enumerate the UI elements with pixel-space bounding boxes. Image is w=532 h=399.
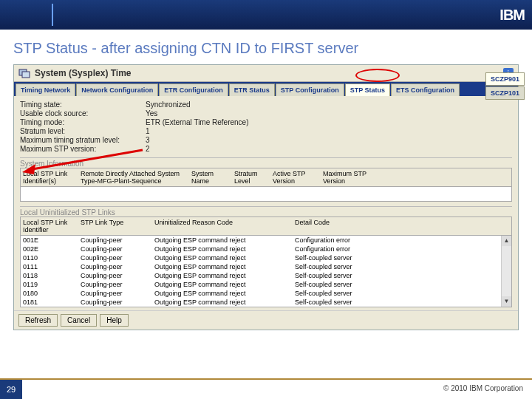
uninit-col-id: Local STP Link Identifier (21, 217, 78, 235)
value-max-stratum: 3 (146, 136, 512, 144)
cell-reason: Outgoing ESP command reject (152, 253, 293, 262)
svg-rect-1 (22, 72, 30, 78)
copyright: © 2010 IBM Corporation (434, 380, 532, 399)
stp-window: System (Sysplex) Time i Timing NetworkNe… (13, 64, 519, 330)
tab-etr-configuration[interactable]: ETR Configuration (159, 83, 228, 96)
cell-detail: Self-coupled server (293, 262, 372, 271)
value-timing-mode: ETR (External Time Reference) (146, 118, 512, 126)
cell-detail: Self-coupled server (293, 253, 372, 262)
cell-type: Coupling-peer (78, 271, 152, 280)
cell-type: Coupling-peer (78, 262, 152, 271)
help-button[interactable]: Help (100, 314, 129, 327)
label-timing-state: Timing state: (20, 100, 146, 109)
tab-timing-network[interactable]: Timing Network (16, 83, 75, 96)
cell-id: 0180 (21, 289, 78, 298)
cell-type: Coupling-peer (78, 289, 152, 298)
cell-reason: Outgoing ESP command reject (152, 262, 293, 271)
cell-detail: Configuration error (293, 245, 372, 253)
ibm-logo: IBM (499, 7, 525, 24)
cell-detail: Self-coupled server (293, 289, 372, 298)
cell-detail: Configuration error (293, 236, 372, 245)
cell-reason: Outgoing ESP command reject (152, 245, 293, 253)
label-usable-clock: Usable clock source: (20, 109, 146, 117)
cell-reason: Outgoing ESP command reject (152, 298, 293, 307)
table-row[interactable]: 0119Coupling-peerOutgoing ESP command re… (21, 280, 511, 289)
table-row[interactable]: 0110Coupling-peerOutgoing ESP command re… (21, 253, 511, 262)
uninit-col-detail: Detail Code (293, 217, 381, 235)
cell-reason: Outgoing ESP command reject (152, 289, 293, 298)
sysinfo-col-stratum: Stratum Level (232, 168, 270, 186)
cell-id: 0119 (21, 280, 78, 289)
value-timing-state: Synchronized (146, 100, 512, 109)
page-number: 29 (0, 380, 22, 399)
value-max-stp-ver: 2 (146, 145, 512, 153)
label-stratum: Stratum level: (20, 127, 146, 135)
table-row[interactable]: 0111Coupling-peerOutgoing ESP command re… (21, 262, 511, 271)
scrollbar[interactable]: ▲ ▼ (501, 236, 511, 307)
table-row[interactable]: 0180Coupling-peerOutgoing ESP command re… (21, 289, 511, 298)
scroll-up-icon[interactable]: ▲ (502, 236, 511, 246)
sysinfo-body (20, 187, 512, 202)
table-row[interactable]: 001ECoupling-peerOutgoing ESP command re… (21, 236, 511, 245)
cell-id: 0181 (21, 298, 78, 307)
slide-title: STP Status - after assigning CTN ID to F… (0, 30, 532, 64)
value-stratum: 1 (146, 127, 512, 135)
window-title: System (Sysplex) Time (35, 68, 132, 78)
cell-detail: Self-coupled server (293, 298, 372, 307)
panel-body: Timing state:Synchronized Usable clock s… (14, 96, 518, 310)
uninit-body: 001ECoupling-peerOutgoing ESP command re… (20, 236, 512, 307)
status-grid: Timing state:Synchronized Usable clock s… (20, 100, 512, 153)
table-row[interactable]: 0118Coupling-peerOutgoing ESP command re… (21, 271, 511, 280)
sysinfo-label: System Information (20, 157, 512, 168)
label-timing-mode: Timing mode: (20, 118, 146, 126)
cell-reason: Outgoing ESP command reject (152, 271, 293, 280)
tab-ets-configuration[interactable]: ETS Configuration (391, 83, 460, 96)
cancel-button[interactable]: Cancel (61, 314, 97, 327)
side-tabs: SCZP901SCZP101 (485, 72, 525, 100)
cell-type: Coupling-peer (78, 236, 152, 245)
cell-id: 0110 (21, 253, 78, 262)
cell-id: 001E (21, 236, 78, 245)
tab-stp-status[interactable]: STP Status (345, 83, 390, 96)
accent-stripe (52, 4, 53, 26)
cell-id: 002E (21, 245, 78, 253)
sysplex-icon (18, 67, 30, 79)
cell-type: Coupling-peer (78, 280, 152, 289)
tab-network-configuration[interactable]: Network Configuration (76, 83, 158, 96)
uninit-col-type: STP Link Type (78, 217, 152, 235)
footer: 29 © 2010 IBM Corporation (0, 378, 532, 399)
label-max-stp-ver: Maximum STP version: (20, 145, 146, 153)
sysinfo-header: Local STP Link Identifier(s) Remote Dire… (20, 168, 512, 187)
cell-type: Coupling-peer (78, 253, 152, 262)
cell-detail: Self-coupled server (293, 271, 372, 280)
table-row[interactable]: 0181Coupling-peerOutgoing ESP command re… (21, 298, 511, 307)
uninit-label: Local Uninitialized STP Links (20, 206, 512, 216)
tab-bar: Timing NetworkNetwork ConfigurationETR C… (14, 82, 518, 96)
scroll-down-icon[interactable]: ▼ (502, 296, 511, 307)
button-row: Refresh Cancel Help (14, 310, 518, 330)
value-usable-clock: Yes (146, 109, 512, 117)
uninit-header: Local STP Link Identifier STP Link Type … (20, 216, 512, 236)
cell-type: Coupling-peer (78, 245, 152, 253)
refresh-button[interactable]: Refresh (18, 314, 58, 327)
cell-reason: Outgoing ESP command reject (152, 236, 293, 245)
sysinfo-col-active: Active STP Version (270, 168, 321, 186)
tab-stp-configuration[interactable]: STP Configuration (276, 83, 344, 96)
sysinfo-col-sysname: System Name (189, 168, 232, 186)
label-max-stratum: Maximum timing stratum level: (20, 136, 146, 144)
side-tab-sczp901[interactable]: SCZP901 (485, 72, 525, 86)
window-titlebar: System (Sysplex) Time i (14, 65, 518, 82)
side-tab-sczp101[interactable]: SCZP101 (485, 86, 525, 100)
cell-detail: Self-coupled server (293, 280, 372, 289)
uninit-col-reason: Uninitialized Reason Code (152, 217, 293, 235)
cell-reason: Outgoing ESP command reject (152, 280, 293, 289)
table-row[interactable]: 002ECoupling-peerOutgoing ESP command re… (21, 245, 511, 253)
sysinfo-col-localid: Local STP Link Identifier(s) (21, 168, 78, 186)
title-bar: IBM (0, 0, 532, 30)
cell-id: 0111 (21, 262, 78, 271)
cell-type: Coupling-peer (78, 298, 152, 307)
sysinfo-col-max: Maximum STP Version (321, 168, 380, 186)
cell-id: 0118 (21, 271, 78, 280)
tab-etr-status[interactable]: ETR Status (229, 83, 275, 96)
sysinfo-col-remote: Remote Directly Attached System Type-MFG… (78, 168, 189, 186)
